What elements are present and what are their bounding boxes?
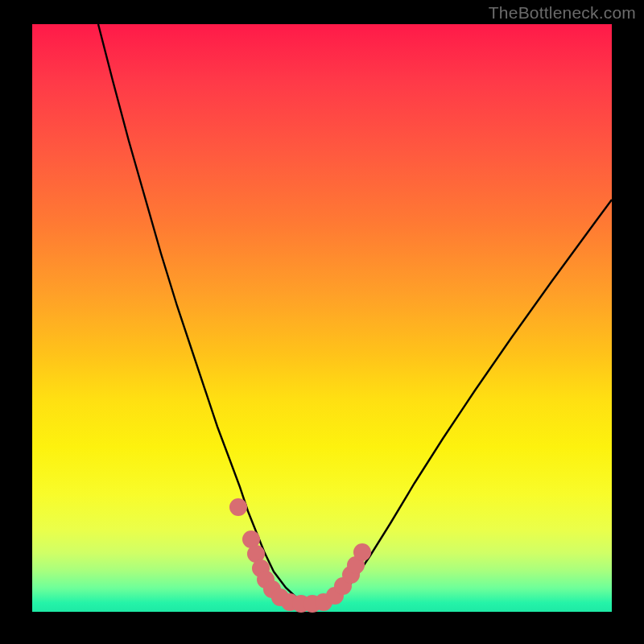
marker-dot [353, 543, 371, 561]
plot-area [32, 24, 612, 612]
watermark-text: TheBottleneck.com [489, 3, 636, 23]
bottleneck-curve-path [98, 24, 612, 604]
marker-dot [229, 498, 247, 516]
chart-frame: TheBottleneck.com [0, 0, 644, 644]
curve-svg [32, 24, 612, 612]
